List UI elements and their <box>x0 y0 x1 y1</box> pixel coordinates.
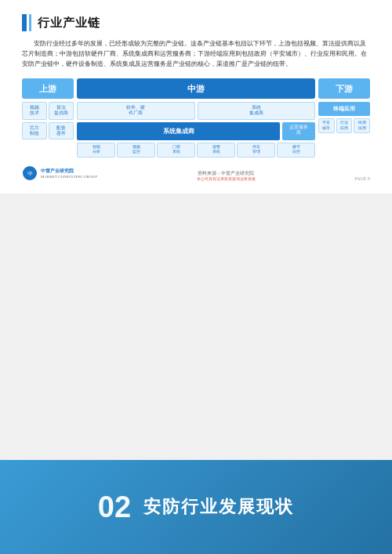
mid-top-system: 系统集成商 <box>198 102 316 119</box>
company-logo-icon: 中 <box>22 165 38 181</box>
downstream-main-box: 终端应用 <box>318 102 370 116</box>
source-text: 资料来源：中雷产业研究院 <box>197 171 256 176</box>
industry-chain-diagram: 上游 中游 下游 视频技术 算法提供商 芯片制造 配套器件 <box>22 78 370 157</box>
upstream-box-chip: 芯片制造 <box>22 122 47 139</box>
chain-labels-row: 上游 中游 下游 <box>22 78 370 99</box>
top-section-footer: 中 中雷产业研究院 MARKET CONSULTING GROUP 资料来源：中… <box>22 165 370 181</box>
section-title: 行业产业链 <box>22 14 370 31</box>
upstream-box-other: 配套器件 <box>49 122 74 139</box>
upstream-label: 上游 <box>22 78 74 99</box>
down-sub-1: 平安城市 <box>318 118 335 133</box>
banner-title: 安防行业发展现状 <box>143 495 294 519</box>
mid-bottom-2: 视频监控 <box>117 143 155 158</box>
chain-content-row: 视频技术 算法提供商 芯片制造 配套器件 软件、硬件厂商 系统集成商 <box>22 102 370 157</box>
section-heading: 行业产业链 <box>38 16 100 31</box>
banner-content: 02 安防行业发展现状 <box>98 491 294 524</box>
banner-number: 02 <box>98 491 131 524</box>
bottom-banner: 02 安防行业发展现状 <box>0 460 392 554</box>
downstream-sub-row: 平安城市 行业应用 民用应用 <box>318 118 370 133</box>
midstream-center-row: 系统集成商 运营服务商 <box>77 122 315 140</box>
top-section: 行业产业链 安防行业经过多年的发展，已经形成较为完整的产业链。这条产业链基本包括… <box>0 0 392 194</box>
midstream-top-row: 软件、硬件厂商 系统集成商 <box>77 102 315 119</box>
midstream-column: 软件、硬件厂商 系统集成商 系统集成商 运营服务商 智能分析 视频监控 门禁系统… <box>77 102 315 157</box>
logo-company-name: 中雷产业研究院 <box>41 168 97 175</box>
logo-area: 中 中雷产业研究院 MARKET CONSULTING GROUP <box>22 165 97 181</box>
logo-text: 中雷产业研究院 MARKET CONSULTING GROUP <box>41 168 97 179</box>
gap-section <box>0 194 392 460</box>
page-wrapper: 行业产业链 安防行业经过多年的发展，已经形成较为完整的产业链。这条产业链基本包括… <box>0 0 392 554</box>
body-text: 安防行业经过多年的发展，已经形成较为完整的产业链。这条产业链基本包括以下环节，上… <box>22 39 370 69</box>
down-sub-3: 民用应用 <box>354 118 370 133</box>
mid-top-soft: 软件、硬件厂商 <box>77 102 195 119</box>
mid-bottom-6: 楼宇自控 <box>277 143 315 158</box>
downstream-column: 终端应用 平安城市 行业应用 民用应用 <box>318 102 370 133</box>
logo-company-sub: MARKET CONSULTING GROUP <box>41 175 97 179</box>
bar-thin <box>29 14 31 31</box>
mid-bottom-4: 报警系统 <box>197 143 235 158</box>
upstream-box-video: 视频技术 <box>22 102 47 119</box>
midstream-ops-box: 运营服务商 <box>282 122 315 140</box>
mid-bottom-1: 智能分析 <box>77 143 115 158</box>
downstream-label: 下游 <box>318 78 370 99</box>
bar-thick <box>22 14 27 31</box>
svg-text:中: 中 <box>27 171 33 177</box>
upstream-row-2: 芯片制造 配套器件 <box>22 122 74 139</box>
mid-bottom-3: 门禁系统 <box>157 143 195 158</box>
source-area: 资料来源：中雷产业研究院 本公司具有证券投资咨询业务资格 <box>197 171 256 181</box>
midstream-center-box: 系统集成商 <box>77 122 280 140</box>
upstream-column: 视频技术 算法提供商 芯片制造 配套器件 <box>22 102 74 139</box>
title-bar-icon <box>22 14 31 31</box>
source-sub-text: 本公司具有证券投资咨询业务资格 <box>197 176 256 181</box>
mid-bottom-5: 停车管理 <box>237 143 275 158</box>
page-number: PAGE 8 <box>354 176 370 181</box>
midstream-label: 中游 <box>77 78 315 99</box>
upstream-box-algo: 算法提供商 <box>49 102 74 119</box>
down-sub-2: 行业应用 <box>336 118 353 133</box>
upstream-row-1: 视频技术 算法提供商 <box>22 102 74 119</box>
midstream-bottom-row: 智能分析 视频监控 门禁系统 报警系统 停车管理 楼宇自控 <box>77 143 315 158</box>
